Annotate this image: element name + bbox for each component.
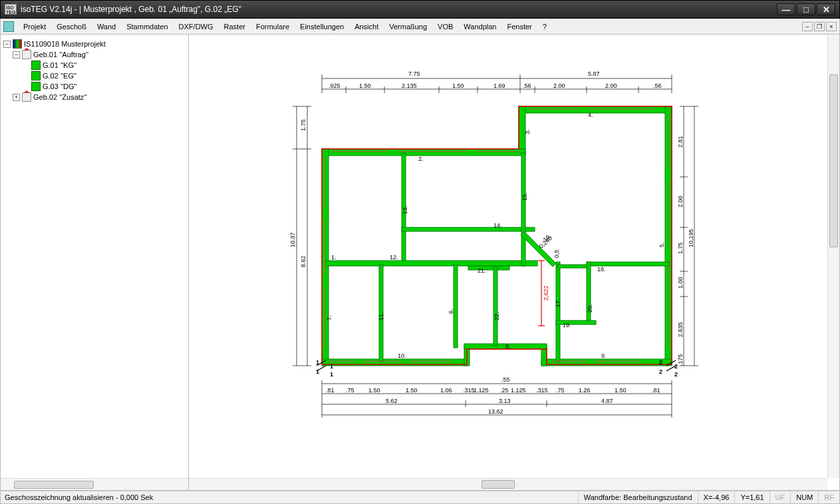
svg-text:1.50: 1.50 — [615, 387, 627, 394]
svg-text:1.75: 1.75 — [300, 119, 307, 131]
svg-text:1.75: 1.75 — [677, 242, 684, 254]
mdi-close-button[interactable]: × — [826, 22, 837, 31]
svg-text:1.50: 1.50 — [406, 387, 418, 394]
menu-raster[interactable]: Raster — [219, 21, 251, 33]
close-button[interactable]: ✕ — [817, 3, 835, 15]
svg-text:1.50: 1.50 — [452, 82, 464, 89]
svg-rect-17 — [493, 267, 497, 346]
svg-text:12.: 12. — [390, 254, 398, 261]
status-wandfarbe: Wandfarbe: Bearbeitungszustand — [578, 491, 698, 503]
status-x: X=-4,96 — [698, 491, 735, 503]
svg-text:.25: .25 — [500, 387, 509, 394]
svg-text:3.: 3. — [524, 129, 531, 134]
menu-ansicht[interactable]: Ansicht — [349, 21, 384, 33]
svg-text:21.: 21. — [478, 267, 486, 274]
svg-text:2.635: 2.635 — [677, 322, 684, 337]
menu-dxfdwg[interactable]: DXF/DWG — [174, 21, 219, 33]
menu-wandplan[interactable]: Wandplan — [458, 21, 501, 33]
tree-hscrollbar[interactable] — [1, 478, 188, 490]
minimize-button[interactable]: — — [777, 3, 795, 15]
svg-text:1.50: 1.50 — [359, 82, 371, 89]
svg-text:9.: 9. — [601, 352, 607, 359]
svg-text:13.: 13. — [402, 205, 408, 214]
menu-vermassung[interactable]: Vermaßung — [384, 21, 432, 33]
svg-text:15.: 15. — [521, 192, 528, 201]
svg-text:5.62: 5.62 — [386, 398, 398, 404]
menu-wand[interactable]: Wand — [92, 21, 121, 33]
mdi-restore-button[interactable]: ❐ — [814, 22, 825, 31]
svg-text:5.: 5. — [658, 242, 665, 247]
status-y: Y=1,61 — [734, 491, 769, 503]
drawing-canvas[interactable]: 7.75 5.87 .925 1.50 2.135 1.50 1.69 .56 … — [189, 35, 839, 490]
svg-text:2: 2 — [659, 359, 662, 366]
house-icon — [22, 50, 31, 59]
house-icon — [22, 92, 31, 102]
tree-building-2[interactable]: + Geb.02 ''Zusatz'' — [3, 92, 186, 102]
svg-text:.55: .55 — [501, 376, 510, 383]
main-area: − IS1109018 Musterprojekt − Geb.01 ''Auf… — [0, 35, 840, 491]
collapse-icon[interactable]: − — [13, 51, 20, 59]
menu-fenster[interactable]: Fenster — [501, 21, 537, 33]
tree-b2-label: Geb.02 ''Zusatz'' — [33, 93, 87, 101]
svg-text:18.: 18. — [597, 266, 606, 273]
mdi-min-button[interactable]: – — [802, 22, 813, 31]
menu-vob[interactable]: VOB — [432, 21, 458, 33]
svg-text:0,5: 0,5 — [553, 249, 560, 258]
svg-text:.81: .81 — [326, 387, 335, 394]
svg-text:6.: 6. — [448, 309, 454, 314]
tree-building-1[interactable]: − Geb.01 ''Auftrag'' — [3, 49, 186, 60]
menu-projekt[interactable]: Projekt — [18, 21, 51, 33]
collapse-icon[interactable]: − — [3, 41, 11, 48]
svg-text:2.: 2. — [418, 156, 424, 162]
tree-f1-label: G.01 ''KG'' — [43, 61, 76, 69]
menu-help[interactable]: ? — [537, 21, 552, 33]
svg-text:7.75: 7.75 — [408, 70, 420, 77]
svg-text:20.: 20. — [587, 304, 593, 313]
menu-geschoss[interactable]: Geschoß — [51, 21, 92, 33]
canvas-vscrollbar[interactable] — [827, 35, 839, 478]
svg-text:2.00: 2.00 — [605, 82, 617, 89]
project-tree[interactable]: − IS1109018 Musterprojekt − Geb.01 ''Auf… — [1, 35, 188, 478]
svg-rect-0 — [519, 106, 672, 113]
window-title: isoTEG V2.14j - | Musterprojekt , Geb. 0… — [21, 5, 777, 14]
svg-text:10,195: 10,195 — [688, 229, 694, 247]
svg-text:1.06: 1.06 — [440, 387, 452, 394]
svg-text:4.87: 4.87 — [601, 398, 613, 404]
tree-root-label: IS1109018 Musterprojekt — [24, 40, 106, 48]
tree-f2-label: G.02 ''EG'' — [43, 72, 76, 80]
menubar: Projekt Geschoß Wand Stammdaten DXF/DWG … — [0, 19, 840, 35]
expand-icon[interactable]: + — [13, 94, 20, 101]
svg-text:3.13: 3.13 — [499, 398, 511, 404]
menu-stammdaten[interactable]: Stammdaten — [121, 21, 173, 33]
floor-icon — [31, 71, 41, 80]
tree-floor-dg[interactable]: G.03 ''DG'' — [3, 81, 186, 92]
svg-text:2.00: 2.00 — [677, 195, 684, 207]
svg-text:22.: 22. — [493, 312, 500, 320]
svg-text:1: 1 — [316, 368, 319, 375]
svg-text:10.37: 10.37 — [289, 232, 296, 247]
tree-root[interactable]: − IS1109018 Musterprojekt — [3, 39, 186, 49]
svg-rect-12 — [402, 227, 535, 231]
canvas-hscrollbar[interactable] — [189, 478, 827, 490]
tree-panel: − IS1109018 Musterprojekt − Geb.01 ''Auf… — [1, 35, 189, 490]
svg-text:.75: .75 — [556, 387, 565, 394]
menu-formulare[interactable]: Formulare — [251, 21, 295, 33]
tree-floor-eg[interactable]: G.02 ''EG'' — [3, 70, 186, 81]
menu-einstellungen[interactable]: Einstellungen — [295, 21, 349, 33]
svg-text:.81: .81 — [652, 387, 660, 394]
svg-text:14.: 14. — [493, 222, 502, 229]
svg-text:2.81: 2.81 — [677, 136, 684, 148]
svg-rect-21 — [556, 320, 596, 324]
tree-floor-kg[interactable]: G.01 ''KG'' — [3, 60, 186, 70]
project-icon — [13, 39, 22, 49]
svg-text:1: 1 — [316, 359, 319, 366]
svg-rect-13 — [521, 153, 525, 266]
svg-text:.56: .56 — [523, 82, 531, 89]
floor-plan-svg: 7.75 5.87 .925 1.50 2.135 1.50 1.69 .56 … — [189, 35, 827, 490]
tree-b1-label: Geb.01 ''Auftrag'' — [33, 51, 88, 59]
maximize-button[interactable]: □ — [797, 3, 815, 15]
svg-text:.56: .56 — [653, 82, 662, 89]
svg-rect-16 — [468, 266, 509, 270]
doc-icon — [3, 21, 14, 32]
status-message: Geschosszeichnung aktualisieren - 0,000 … — [1, 493, 578, 501]
